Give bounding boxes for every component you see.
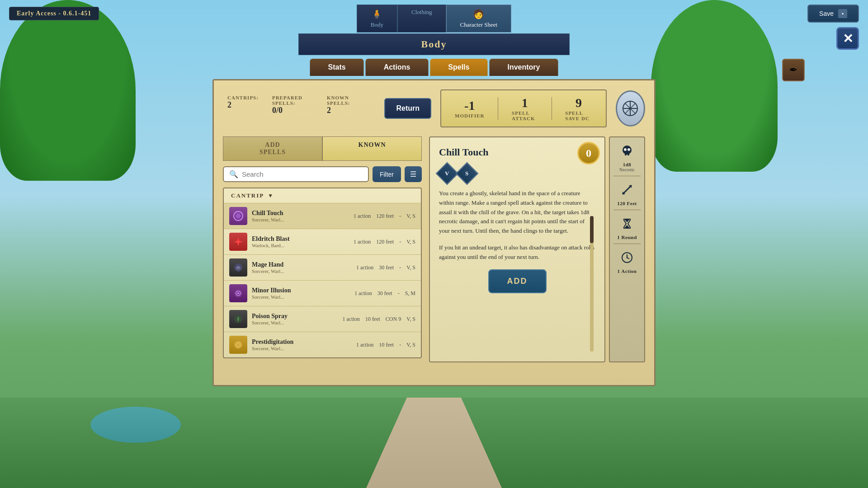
- svg-rect-16: [625, 153, 627, 155]
- quill-button[interactable]: ✒: [782, 59, 805, 81]
- close-icon: ✕: [843, 31, 853, 46]
- minor-illusion-components: S, M: [405, 290, 415, 297]
- tab-body[interactable]: 🧍 Body: [357, 5, 397, 33]
- mage-hand-range: 30 feet: [379, 264, 394, 271]
- water: [90, 407, 181, 443]
- prestidigitation-name: Prestidigitation: [252, 338, 352, 346]
- spells-label: Spells: [448, 63, 469, 71]
- poison-spray-icon: [229, 310, 247, 328]
- add-spell-button[interactable]: Add: [488, 269, 547, 293]
- character-tabs: 🧍 Body Clothing 🧑 Character Sheet: [298, 0, 570, 33]
- hourglass-icon: [621, 217, 633, 233]
- spell-description-1: You create a ghostly, skeletal hand in t…: [439, 189, 595, 236]
- minor-illusion-info: Minor Illusion Sorcerer, Warl...: [252, 287, 350, 300]
- scroll-thumb: [590, 216, 594, 243]
- prepared-stat: Prepared Spells: 0/0: [272, 95, 313, 115]
- tab-actions[interactable]: Actions: [366, 59, 429, 76]
- save-label: Save: [819, 10, 834, 17]
- filter-button[interactable]: Filter: [373, 166, 401, 182]
- eldritch-blast-save: -: [399, 239, 401, 245]
- search-input[interactable]: [242, 170, 363, 178]
- spell-detail-main: 0 Chill Touch V S You create a: [429, 136, 605, 362]
- spell-attack-stat: 1 Spell Attack: [512, 96, 538, 121]
- close-button[interactable]: ✕: [836, 27, 859, 50]
- component-s-label: S: [465, 170, 468, 177]
- left-panel: AddSpells Known 🔍 Filter ☰ Cantrip ▼: [223, 136, 422, 362]
- spell-attack-value: 1: [522, 96, 528, 110]
- add-spells-tab[interactable]: AddSpells: [223, 136, 322, 161]
- known-value: 2: [327, 106, 362, 115]
- range-stat: 120 Feet: [613, 180, 641, 210]
- poison-spray-meta: 1 action 10 feet CON 9 V, S: [343, 316, 415, 323]
- chill-touch-action: 1 action: [354, 213, 371, 220]
- minor-illusion-save: -: [398, 290, 400, 297]
- eldritch-blast-meta: 1 action 120 feet - V, S: [354, 239, 415, 245]
- cantrips-value: 2: [227, 100, 259, 110]
- tab-inventory[interactable]: Inventory: [489, 59, 558, 76]
- right-panel: 0 Chill Touch V S You create a: [429, 136, 645, 362]
- skull-icon: [621, 145, 633, 160]
- search-input-wrap[interactable]: 🔍: [223, 166, 369, 182]
- search-icon: 🔍: [229, 170, 238, 178]
- tab-stats[interactable]: Stats: [310, 59, 364, 76]
- actions-label: Actions: [384, 63, 410, 71]
- prestidigitation-icon: [229, 336, 247, 354]
- spell-save-dc-label: Spell Save DC: [565, 110, 592, 121]
- tab-clothing[interactable]: Clothing: [397, 5, 446, 33]
- minor-illusion-icon: [229, 284, 247, 302]
- spell-item-prestidigitation[interactable]: Prestidigitation Sorcerer, Warl... 1 act…: [224, 332, 421, 357]
- cantrips-stat: Cantrips: 2: [227, 95, 259, 115]
- spell-item-eldritch-blast[interactable]: Eldritch Blast Warlock, Bard... 1 action…: [224, 229, 421, 254]
- character-sheet-icon: 🧑: [473, 9, 484, 19]
- poison-spray-info: Poison Spray Sorcerer, Warl...: [252, 313, 338, 325]
- eldritch-blast-action: 1 action: [354, 239, 371, 245]
- spell-item-chill-touch[interactable]: Chill Touch Sorcerer, Warl... 1 action 1…: [224, 203, 421, 229]
- list-view-button[interactable]: ☰: [405, 166, 422, 182]
- known-tab[interactable]: Known: [322, 136, 422, 161]
- return-button[interactable]: Return: [384, 98, 431, 119]
- eldritch-blast-name: Eldritch Blast: [252, 235, 349, 243]
- spell-item-minor-illusion[interactable]: Minor Illusion Sorcerer, Warl... 1 actio…: [224, 280, 421, 306]
- panel-tabs: AddSpells Known: [223, 136, 422, 161]
- poison-spray-classes: Sorcerer, Warl...: [252, 320, 338, 325]
- spell-scroll-area[interactable]: Chill Touch Sorcerer, Warl... 1 action 1…: [224, 203, 421, 357]
- tree-left: [0, 0, 136, 181]
- cantrip-info: Cantrips: 2 Prepared Spells: 0/0 Known S…: [223, 95, 366, 115]
- svg-rect-17: [627, 153, 629, 155]
- action-value: 1 Action: [618, 268, 637, 274]
- spell-description-2: If you hit an undead target, it also has…: [439, 243, 595, 262]
- body-label: Body: [371, 21, 383, 28]
- duration-value: 1 Round: [617, 235, 637, 240]
- range-icon: [621, 183, 633, 199]
- minor-illusion-range: 30 feet: [377, 290, 392, 297]
- damage-value: 1d8: [623, 162, 632, 167]
- spell-item-poison-spray[interactable]: Poison Spray Sorcerer, Warl... 1 action …: [224, 306, 421, 332]
- add-spells-label: AddSpells: [259, 141, 286, 155]
- modifier-value: -1: [464, 99, 475, 113]
- stats-row: Cantrips: 2 Prepared Spells: 0/0 Known S…: [223, 89, 645, 127]
- prestidigitation-classes: Sorcerer, Warl...: [252, 346, 352, 351]
- right-content: 0 Chill Touch V S You create a: [429, 136, 645, 362]
- spell-level-badge: 0: [577, 142, 600, 164]
- cantrip-section-label: Cantrip: [231, 192, 264, 199]
- chill-touch-name: Chill Touch: [252, 210, 349, 217]
- mage-hand-save: -: [399, 264, 401, 271]
- damage-type: Necrotic: [619, 167, 635, 172]
- svg-point-18: [624, 148, 627, 151]
- poison-spray-name: Poison Spray: [252, 313, 338, 320]
- spell-save-dc-value: 9: [576, 96, 582, 110]
- minor-illusion-name: Minor Illusion: [252, 287, 350, 294]
- spell-components: V S: [439, 165, 595, 182]
- chill-touch-components: V, S: [406, 213, 415, 220]
- known-label: Known: [359, 141, 386, 148]
- eldritch-blast-components: V, S: [406, 239, 415, 245]
- character-panel-top: 🧍 Body Clothing 🧑 Character Sheet Body: [298, 0, 570, 55]
- damage-stat: 1d8 Necrotic: [613, 141, 641, 176]
- svg-point-15: [623, 145, 632, 155]
- spell-detail: 0 Chill Touch V S You create a: [429, 136, 605, 362]
- save-button[interactable]: Save ▪: [807, 5, 859, 23]
- mage-hand-name: Mage Hand: [252, 261, 352, 268]
- spell-item-mage-hand[interactable]: Mage Hand Sorcerer, Warl... 1 action 30 …: [224, 254, 421, 280]
- tab-spells[interactable]: Spells: [430, 59, 487, 76]
- tab-character-sheet[interactable]: 🧑 Character Sheet: [446, 5, 512, 33]
